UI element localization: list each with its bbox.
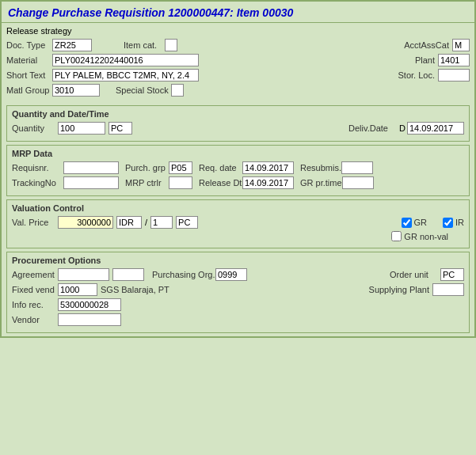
release-dt-input[interactable]	[242, 176, 294, 189]
gr-pr-time-input[interactable]	[342, 176, 374, 189]
info-rec-input[interactable]	[58, 298, 121, 311]
mrp-ctrl-input[interactable]	[169, 176, 192, 189]
vendor-input[interactable]	[58, 313, 121, 326]
acct-ass-cat-input[interactable]	[452, 39, 470, 51]
gr-non-val-checkbox[interactable]	[391, 231, 402, 241]
req-date-input[interactable]	[242, 161, 294, 174]
tracking-label: TrackingNo	[12, 178, 63, 188]
tracking-input[interactable]	[63, 176, 119, 189]
short-text-input[interactable]	[52, 69, 199, 82]
page-title: Change Purchase Requisition 1200000447: …	[8, 6, 468, 19]
stor-loc-input[interactable]	[438, 69, 470, 82]
material-label: Material	[6, 55, 52, 65]
requis-input[interactable]	[63, 161, 119, 174]
acct-ass-cat-label: AcctAssCat	[402, 40, 449, 50]
plant-label: Plant	[407, 55, 435, 65]
agreement-input2[interactable]	[112, 268, 144, 281]
plant-input[interactable]	[438, 54, 470, 66]
purchasing-org-label: Purchasing Org.	[152, 270, 215, 279]
requis-label: Requisnr.	[12, 163, 63, 173]
agreement-label: Agreement	[12, 270, 58, 279]
resubmis-label: Resubmis.	[300, 163, 341, 173]
item-cat-label: Item cat.	[124, 40, 165, 50]
row-requis: Requisnr. Purch. grp Req. date Resubmis.	[12, 161, 464, 174]
procurement-section-title: Procurement Options	[12, 256, 464, 265]
supplying-plant-label: Supplying Plant	[369, 285, 429, 294]
fixed-vend-label: Fixed vend	[12, 285, 58, 294]
row-agreement: Agreement Purchasing Org. Order unit	[12, 268, 464, 281]
special-stock-label: Special Stock	[116, 85, 171, 95]
agreement-input1[interactable]	[58, 268, 109, 281]
title-bar: Change Purchase Requisition 1200000447: …	[2, 2, 474, 23]
req-date-label: Req. date	[199, 163, 242, 173]
header-section: Doc. Type Item cat. AcctAssCat Material …	[2, 37, 474, 102]
gr-checkbox[interactable]	[402, 218, 412, 228]
row-material: Material Plant	[6, 54, 470, 66]
ir-label: IR	[455, 218, 464, 227]
purch-grp-label: Purch. grp	[125, 163, 169, 173]
deliv-date-label: Deliv.Date	[348, 123, 396, 133]
doc-type-input[interactable]	[52, 39, 92, 51]
valuation-section: Valuation Control Val. Price / GR IR	[6, 199, 470, 248]
row-gr-non-val: GR non-val	[12, 231, 464, 241]
row-tracking: TrackingNo MRP ctrlr Release Dt GR pr.ti…	[12, 176, 464, 189]
row-doc-type: Doc. Type Item cat. AcctAssCat	[6, 39, 470, 51]
gr-pr-time-label: GR pr.time	[300, 178, 342, 188]
gr-non-val-container: GR non-val	[391, 231, 448, 241]
ir-checkbox-container: IR	[443, 218, 464, 228]
item-cat-box	[165, 39, 177, 51]
row-val-price: Val. Price / GR IR	[12, 216, 464, 229]
row-fixed-vend: Fixed vend SGS Balaraja, PT Supplying Pl…	[12, 283, 464, 296]
deliv-date-prefix: D	[399, 123, 406, 133]
row-matl-group: Matl Group Special Stock	[6, 84, 470, 97]
deliv-date-input[interactable]	[407, 122, 464, 135]
procurement-section: Procurement Options Agreement Purchasing…	[6, 252, 470, 333]
row-info-rec: Info rec.	[12, 298, 464, 311]
quantity-section-title: Quantity and Date/Time	[12, 109, 464, 119]
supplying-plant-input[interactable]	[432, 283, 464, 296]
purch-grp-input[interactable]	[169, 161, 192, 174]
vendor-label: Vendor	[12, 315, 58, 324]
release-dt-label: Release Dt	[199, 178, 242, 188]
resubmis-input[interactable]	[341, 161, 373, 174]
row-vendor: Vendor	[12, 313, 464, 326]
valuation-section-title: Valuation Control	[12, 203, 464, 213]
quantity-label: Quantity	[12, 123, 58, 133]
row-short-text: Short Text Stor. Loc.	[6, 69, 470, 82]
matl-group-label: Matl Group	[6, 85, 52, 95]
fixed-vend-name: SGS Balaraja, PT	[101, 285, 169, 294]
release-strategy-area: Release strategy	[2, 23, 474, 37]
fixed-vend-input[interactable]	[58, 283, 97, 296]
doc-type-label: Doc. Type	[6, 40, 52, 50]
material-input[interactable]	[52, 54, 199, 66]
purchasing-org-input[interactable]	[215, 268, 247, 281]
row-quantity: Quantity Deliv.Date D	[12, 122, 464, 135]
order-unit-input[interactable]	[440, 268, 464, 281]
mrp-section: MRP Data Requisnr. Purch. grp Req. date …	[6, 145, 470, 196]
gr-non-val-label: GR non-val	[404, 232, 448, 241]
quantity-input[interactable]	[58, 122, 105, 135]
mrp-section-title: MRP Data	[12, 149, 464, 158]
divisor-input[interactable]	[150, 216, 173, 229]
short-text-label: Short Text	[6, 70, 52, 80]
main-window: Change Purchase Requisition 1200000447: …	[0, 0, 476, 338]
quantity-unit-input[interactable]	[109, 122, 132, 135]
val-price-input[interactable]	[58, 216, 113, 229]
gr-checkbox-container: GR	[402, 218, 428, 228]
matl-group-input[interactable]	[52, 84, 100, 97]
val-price-label: Val. Price	[12, 218, 58, 227]
special-stock-box	[171, 84, 184, 97]
release-strategy-label: Release strategy	[6, 26, 72, 36]
mrp-ctrl-label: MRP ctrlr	[125, 178, 169, 188]
ir-checkbox[interactable]	[443, 218, 453, 228]
order-unit-label: Order unit	[390, 270, 437, 279]
currency-input[interactable]	[116, 216, 142, 229]
gr-label: GR	[414, 218, 428, 227]
val-unit-input[interactable]	[176, 216, 198, 229]
quantity-section: Quantity and Date/Time Quantity Deliv.Da…	[6, 105, 470, 142]
info-rec-label: Info rec.	[12, 300, 58, 309]
stor-loc-label: Stor. Loc.	[394, 70, 435, 80]
